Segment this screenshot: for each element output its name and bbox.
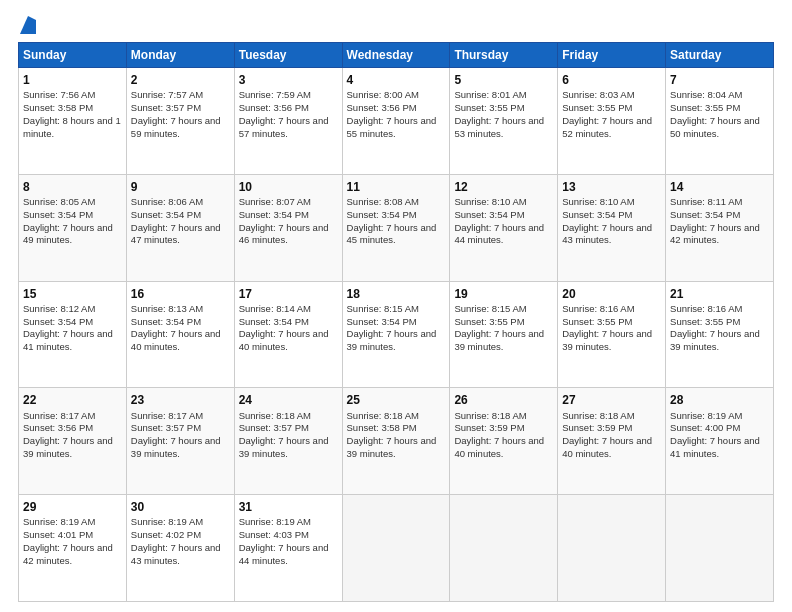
calendar-cell: 5Sunrise: 8:01 AMSunset: 3:55 PMDaylight… (450, 68, 558, 175)
sunrise-text: Sunrise: 8:18 AM (347, 410, 419, 421)
daylight-text: Daylight: 7 hours and 42 minutes. (23, 542, 113, 566)
day-number: 15 (23, 286, 122, 302)
calendar-cell: 30Sunrise: 8:19 AMSunset: 4:02 PMDayligh… (126, 495, 234, 602)
day-number: 3 (239, 72, 338, 88)
sunrise-text: Sunrise: 8:15 AM (454, 303, 526, 314)
sunrise-text: Sunrise: 8:19 AM (131, 516, 203, 527)
calendar-cell: 24Sunrise: 8:18 AMSunset: 3:57 PMDayligh… (234, 388, 342, 495)
sunrise-text: Sunrise: 8:15 AM (347, 303, 419, 314)
daylight-text: Daylight: 7 hours and 40 minutes. (454, 435, 544, 459)
day-number: 24 (239, 392, 338, 408)
sunrise-text: Sunrise: 8:14 AM (239, 303, 311, 314)
week-row-2: 8Sunrise: 8:05 AMSunset: 3:54 PMDaylight… (19, 174, 774, 281)
calendar-table: SundayMondayTuesdayWednesdayThursdayFrid… (18, 42, 774, 602)
daylight-text: Daylight: 7 hours and 41 minutes. (23, 328, 113, 352)
calendar-cell: 2Sunrise: 7:57 AMSunset: 3:57 PMDaylight… (126, 68, 234, 175)
calendar-cell: 8Sunrise: 8:05 AMSunset: 3:54 PMDaylight… (19, 174, 127, 281)
calendar-cell (450, 495, 558, 602)
sunset-text: Sunset: 3:56 PM (347, 102, 417, 113)
daylight-text: Daylight: 7 hours and 49 minutes. (23, 222, 113, 246)
daylight-text: Daylight: 7 hours and 41 minutes. (670, 435, 760, 459)
day-number: 8 (23, 179, 122, 195)
sunrise-text: Sunrise: 8:11 AM (670, 196, 742, 207)
sunset-text: Sunset: 3:54 PM (239, 316, 309, 327)
sunset-text: Sunset: 3:54 PM (454, 209, 524, 220)
daylight-text: Daylight: 7 hours and 44 minutes. (239, 542, 329, 566)
sunset-text: Sunset: 3:57 PM (239, 422, 309, 433)
sunset-text: Sunset: 3:54 PM (131, 316, 201, 327)
calendar-cell (558, 495, 666, 602)
sunrise-text: Sunrise: 8:17 AM (23, 410, 95, 421)
day-number: 2 (131, 72, 230, 88)
day-number: 26 (454, 392, 553, 408)
calendar-cell: 29Sunrise: 8:19 AMSunset: 4:01 PMDayligh… (19, 495, 127, 602)
calendar-cell: 18Sunrise: 8:15 AMSunset: 3:54 PMDayligh… (342, 281, 450, 388)
day-number: 20 (562, 286, 661, 302)
day-number: 29 (23, 499, 122, 515)
calendar-cell: 13Sunrise: 8:10 AMSunset: 3:54 PMDayligh… (558, 174, 666, 281)
day-number: 9 (131, 179, 230, 195)
daylight-text: Daylight: 7 hours and 40 minutes. (239, 328, 329, 352)
sunset-text: Sunset: 3:54 PM (562, 209, 632, 220)
sunrise-text: Sunrise: 7:59 AM (239, 89, 311, 100)
sunrise-text: Sunrise: 8:16 AM (670, 303, 742, 314)
calendar-cell: 6Sunrise: 8:03 AMSunset: 3:55 PMDaylight… (558, 68, 666, 175)
daylight-text: Daylight: 7 hours and 39 minutes. (562, 328, 652, 352)
day-number: 30 (131, 499, 230, 515)
day-number: 17 (239, 286, 338, 302)
calendar-cell: 23Sunrise: 8:17 AMSunset: 3:57 PMDayligh… (126, 388, 234, 495)
sunset-text: Sunset: 3:58 PM (23, 102, 93, 113)
sunrise-text: Sunrise: 8:13 AM (131, 303, 203, 314)
day-number: 28 (670, 392, 769, 408)
calendar-cell: 9Sunrise: 8:06 AMSunset: 3:54 PMDaylight… (126, 174, 234, 281)
daylight-text: Daylight: 7 hours and 40 minutes. (131, 328, 221, 352)
calendar-header-saturday: Saturday (666, 43, 774, 68)
sunset-text: Sunset: 3:54 PM (239, 209, 309, 220)
calendar-header-row: SundayMondayTuesdayWednesdayThursdayFrid… (19, 43, 774, 68)
sunrise-text: Sunrise: 8:10 AM (562, 196, 634, 207)
sunrise-text: Sunrise: 8:01 AM (454, 89, 526, 100)
daylight-text: Daylight: 7 hours and 52 minutes. (562, 115, 652, 139)
sunrise-text: Sunrise: 8:18 AM (562, 410, 634, 421)
daylight-text: Daylight: 7 hours and 44 minutes. (454, 222, 544, 246)
calendar-cell: 14Sunrise: 8:11 AMSunset: 3:54 PMDayligh… (666, 174, 774, 281)
calendar-cell: 3Sunrise: 7:59 AMSunset: 3:56 PMDaylight… (234, 68, 342, 175)
day-number: 25 (347, 392, 446, 408)
sunrise-text: Sunrise: 8:06 AM (131, 196, 203, 207)
daylight-text: Daylight: 7 hours and 39 minutes. (347, 328, 437, 352)
day-number: 21 (670, 286, 769, 302)
day-number: 22 (23, 392, 122, 408)
sunrise-text: Sunrise: 8:03 AM (562, 89, 634, 100)
calendar-cell: 19Sunrise: 8:15 AMSunset: 3:55 PMDayligh… (450, 281, 558, 388)
sunset-text: Sunset: 3:54 PM (131, 209, 201, 220)
calendar-cell: 17Sunrise: 8:14 AMSunset: 3:54 PMDayligh… (234, 281, 342, 388)
sunset-text: Sunset: 3:55 PM (562, 102, 632, 113)
daylight-text: Daylight: 7 hours and 39 minutes. (131, 435, 221, 459)
calendar-cell: 25Sunrise: 8:18 AMSunset: 3:58 PMDayligh… (342, 388, 450, 495)
logo-icon (20, 16, 36, 34)
day-number: 11 (347, 179, 446, 195)
week-row-3: 15Sunrise: 8:12 AMSunset: 3:54 PMDayligh… (19, 281, 774, 388)
week-row-1: 1Sunrise: 7:56 AMSunset: 3:58 PMDaylight… (19, 68, 774, 175)
sunset-text: Sunset: 3:54 PM (670, 209, 740, 220)
day-number: 10 (239, 179, 338, 195)
daylight-text: Daylight: 7 hours and 46 minutes. (239, 222, 329, 246)
sunset-text: Sunset: 4:00 PM (670, 422, 740, 433)
sunset-text: Sunset: 4:03 PM (239, 529, 309, 540)
calendar-header-monday: Monday (126, 43, 234, 68)
daylight-text: Daylight: 7 hours and 59 minutes. (131, 115, 221, 139)
sunrise-text: Sunrise: 8:05 AM (23, 196, 95, 207)
calendar-cell: 22Sunrise: 8:17 AMSunset: 3:56 PMDayligh… (19, 388, 127, 495)
daylight-text: Daylight: 7 hours and 42 minutes. (670, 222, 760, 246)
sunrise-text: Sunrise: 8:19 AM (670, 410, 742, 421)
calendar-cell: 27Sunrise: 8:18 AMSunset: 3:59 PMDayligh… (558, 388, 666, 495)
calendar-cell: 12Sunrise: 8:10 AMSunset: 3:54 PMDayligh… (450, 174, 558, 281)
calendar-cell: 21Sunrise: 8:16 AMSunset: 3:55 PMDayligh… (666, 281, 774, 388)
daylight-text: Daylight: 7 hours and 39 minutes. (454, 328, 544, 352)
header (18, 18, 774, 34)
calendar-header-tuesday: Tuesday (234, 43, 342, 68)
day-number: 18 (347, 286, 446, 302)
daylight-text: Daylight: 7 hours and 57 minutes. (239, 115, 329, 139)
calendar-header-thursday: Thursday (450, 43, 558, 68)
sunrise-text: Sunrise: 8:19 AM (239, 516, 311, 527)
